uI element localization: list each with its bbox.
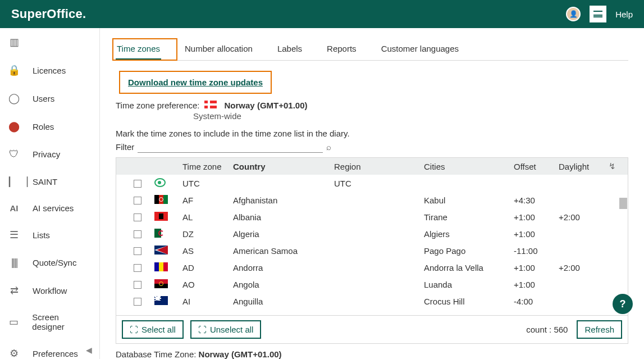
table-row[interactable]: ASAmerican SamoaPago Pago-11:00	[116, 242, 628, 259]
filter-label: Filter	[116, 142, 134, 152]
table-row[interactable]: AFAfghanistanKabul+4:30	[116, 192, 628, 208]
unselect-all-button[interactable]: ⛶Unselect all	[190, 320, 262, 339]
grid-footer: ⛶Select all ⛶Unselect all count : 560 Re…	[116, 315, 628, 343]
unselect-all-label: Unselect all	[210, 325, 254, 334]
tab-time-zones[interactable]: Time zones	[116, 38, 161, 60]
search-icon[interactable]: ⌕	[326, 142, 331, 152]
scrollbar-thumb[interactable]	[619, 198, 627, 209]
bars-icon: ⎹⎸⎹	[8, 176, 20, 188]
filter-input[interactable]	[138, 140, 323, 153]
row-count: count : 560	[526, 325, 568, 334]
sidebar-item-workflow[interactable]: ⇄Workflow	[0, 276, 99, 305]
flag-icon	[154, 296, 168, 305]
shield-icon: 🛡	[8, 148, 20, 160]
col-timezone[interactable]: Time zone	[182, 162, 233, 171]
table-row[interactable]: DZAlgeriaAlgiers+1:00	[116, 225, 628, 242]
cell-offset: +4:30	[514, 196, 559, 205]
sidebar-item-users[interactable]: ◯Users	[0, 84, 99, 112]
help-link[interactable]: Help	[615, 10, 633, 19]
screen-icon: ▭	[8, 316, 20, 328]
tab-labels[interactable]: Labels	[276, 38, 303, 60]
row-checkbox[interactable]	[134, 247, 141, 255]
sidebar-item-lists[interactable]: ☰Lists	[0, 221, 99, 249]
cell-code: AD	[182, 263, 233, 272]
col-menu-icon[interactable]: ↯	[604, 161, 619, 171]
sidebar-item-preferences[interactable]: ⚙Preferences	[0, 339, 99, 359]
cell-offset: +1:00	[514, 229, 559, 239]
sidebar-item-roles[interactable]: ⬤Roles	[0, 112, 99, 140]
download-updates-link[interactable]: Download new time zone updates	[128, 78, 263, 87]
pref-scope: System-wide	[193, 111, 628, 121]
cell-region: UTC	[334, 179, 424, 188]
cell-code: AO	[182, 280, 233, 289]
cell-cities: Pago Pago	[424, 246, 514, 256]
flag-icon	[154, 229, 168, 238]
flag-norway-icon	[204, 101, 217, 108]
cell-code: AI	[182, 297, 233, 306]
table-row[interactable]: ALAlbaniaTirane+1:00+2:00	[116, 208, 628, 225]
sidebar-item-ai[interactable]: AIAI services	[0, 196, 99, 221]
cell-country: Algeria	[233, 229, 334, 239]
row-checkbox[interactable]	[134, 180, 141, 188]
cell-country: Anguilla	[233, 297, 334, 306]
sidebar-item-screen-designer[interactable]: ▭Screen designer	[0, 305, 99, 339]
cell-cities: Andorra la Vella	[424, 263, 514, 272]
sidebar-item-licences[interactable]: 🔒Licences	[0, 56, 99, 84]
sidebar: ▥ 🔒Licences ◯Users ⬤Roles 🛡Privacy ⎹⎸⎹SA…	[0, 28, 100, 359]
sidebar-item-privacy[interactable]: 🛡Privacy	[0, 140, 99, 168]
unselect-icon: ⛶	[198, 325, 207, 334]
table-row[interactable]: AOAngolaLuanda+1:00	[116, 276, 628, 293]
cell-country: Angola	[233, 280, 334, 289]
avatar[interactable]: 👤	[566, 7, 581, 21]
tabs: Time zones Number allocation Labels Repo…	[116, 38, 628, 61]
table-row[interactable]: UTCUTC	[116, 175, 628, 192]
lock-icon: 🔒	[8, 64, 20, 76]
flag-icon	[154, 212, 168, 221]
collapse-sidebar-button[interactable]: ◀	[86, 346, 96, 356]
toggle-icon: ⬤	[8, 120, 20, 133]
download-highlight-annotation: Download new time zone updates	[119, 71, 272, 94]
tab-number-allocation[interactable]: Number allocation	[184, 38, 254, 60]
row-checkbox[interactable]	[134, 281, 141, 289]
row-checkbox[interactable]	[134, 197, 141, 205]
col-offset[interactable]: Offset	[514, 162, 559, 171]
row-checkbox[interactable]	[134, 298, 141, 306]
refresh-button[interactable]: Refresh	[577, 320, 622, 339]
cell-offset: -4:00	[514, 297, 559, 306]
sidebar-item-label: Roles	[33, 122, 54, 131]
sidebar-item-book[interactable]: ▥	[0, 28, 99, 56]
select-all-button[interactable]: ⛶Select all	[122, 320, 184, 339]
tab-customer-languages[interactable]: Customer languages	[380, 38, 460, 60]
user-icon: ◯	[8, 92, 20, 104]
table-row[interactable]: AIAnguillaCrocus Hill-4:00	[116, 293, 628, 310]
sidebar-item-quote[interactable]: ||||Quote/Sync	[0, 249, 99, 276]
cell-code: AL	[182, 212, 233, 222]
grid-body: UTCUTCAFAfghanistanKabul+4:30ALAlbaniaTi…	[116, 175, 628, 315]
sidebar-item-label: Quote/Sync	[33, 258, 76, 267]
row-checkbox[interactable]	[134, 213, 141, 221]
main-menu-button[interactable]	[590, 6, 606, 22]
col-region[interactable]: Region	[334, 162, 424, 171]
col-daylight[interactable]: Daylight	[559, 162, 604, 171]
cell-cities: Kabul	[424, 196, 514, 205]
cell-code: AS	[182, 246, 233, 256]
col-country[interactable]: Country	[233, 162, 334, 171]
flag-icon	[154, 195, 168, 204]
sidebar-item-label: AI services	[33, 203, 74, 213]
row-checkbox[interactable]	[134, 230, 141, 238]
col-cities[interactable]: Cities	[424, 162, 514, 171]
pref-value: Norway (GMT+01.00)	[225, 101, 308, 110]
flag-icon	[154, 246, 168, 255]
database-timezone-line: Database Time Zone: Norway (GMT+01.00)	[116, 344, 628, 359]
sidebar-item-label: Workflow	[33, 286, 67, 296]
sidebar-item-label: Lists	[33, 230, 50, 240]
help-fab-button[interactable]: ?	[613, 294, 633, 314]
grid-header: Time zone Country Region Cities Offset D…	[116, 158, 628, 175]
sidebar-item-label: Privacy	[33, 149, 60, 159]
tab-reports[interactable]: Reports	[326, 38, 358, 60]
row-checkbox[interactable]	[134, 264, 141, 272]
cell-country: American Samoa	[233, 246, 334, 256]
sidebar-item-label: Preferences	[33, 349, 78, 358]
table-row[interactable]: ADAndorraAndorra la Vella+1:00+2:00	[116, 259, 628, 276]
sidebar-item-saint[interactable]: ⎹⎸⎹SAINT	[0, 168, 99, 196]
